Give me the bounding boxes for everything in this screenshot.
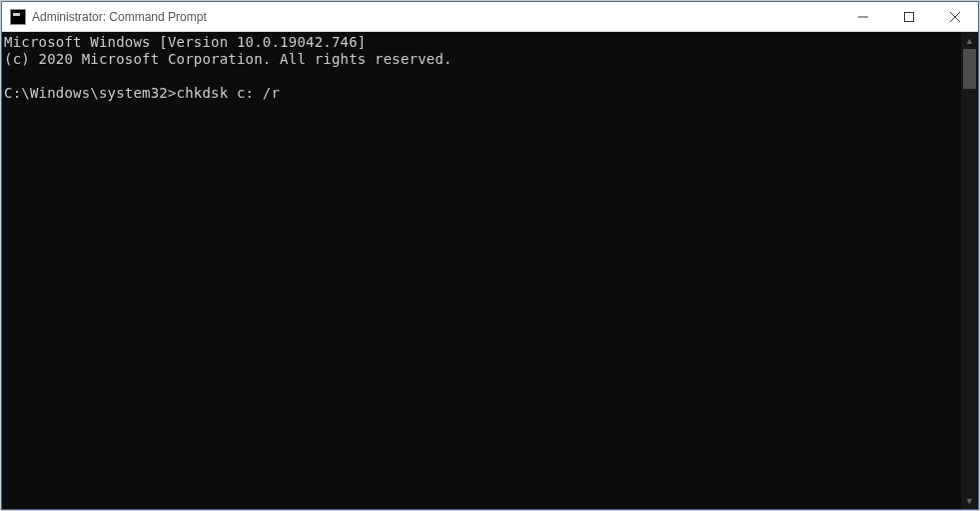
window-title: Administrator: Command Prompt: [32, 10, 840, 24]
terminal-area: Microsoft Windows [Version 10.0.19042.74…: [2, 32, 978, 509]
command-prompt-window: Administrator: Command Prompt Microsoft …: [1, 1, 979, 510]
titlebar[interactable]: Administrator: Command Prompt: [2, 2, 978, 32]
close-button[interactable]: [932, 2, 978, 31]
maximize-button[interactable]: [886, 2, 932, 31]
scroll-thumb[interactable]: [963, 49, 976, 89]
minimize-button[interactable]: [840, 2, 886, 31]
command-input[interactable]: chkdsk c: /r: [177, 85, 281, 101]
scroll-down-arrow-icon[interactable]: ▼: [961, 492, 978, 509]
terminal-output[interactable]: Microsoft Windows [Version 10.0.19042.74…: [2, 32, 961, 509]
copyright-line: (c) 2020 Microsoft Corporation. All righ…: [4, 51, 453, 67]
cmd-icon: [10, 9, 26, 25]
version-line: Microsoft Windows [Version 10.0.19042.74…: [4, 34, 366, 50]
vertical-scrollbar[interactable]: ▲ ▼: [961, 32, 978, 509]
svg-rect-1: [905, 12, 914, 21]
scroll-up-arrow-icon[interactable]: ▲: [961, 32, 978, 49]
window-controls: [840, 2, 978, 31]
prompt-text: C:\Windows\system32>: [4, 85, 177, 101]
